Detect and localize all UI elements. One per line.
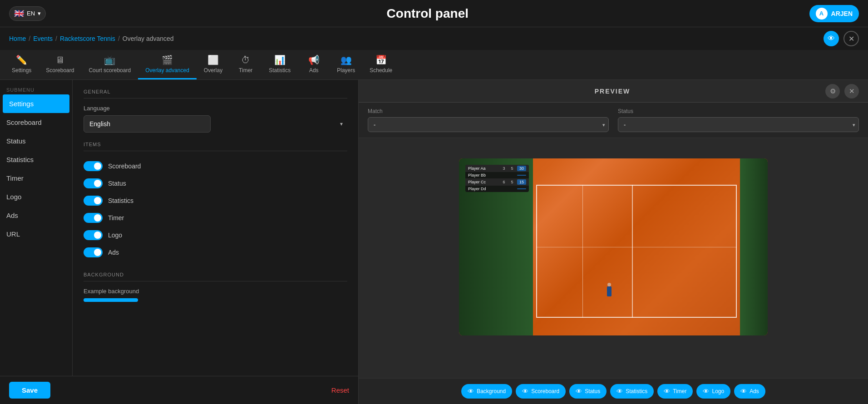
toggle-ads-label: Ads (108, 249, 119, 256)
toggle-scoreboard-label: Scoreboard (108, 163, 141, 170)
reset-button[interactable]: Reset (331, 386, 349, 394)
submenu-item-ads[interactable]: Ads (0, 206, 72, 225)
page-title: Control panel (46, 6, 809, 21)
tab-overlay-advanced[interactable]: 🎬 Overlay advanced (138, 50, 197, 79)
left-inner: SUBMENU Settings Scoreboard Status Stati… (0, 80, 358, 376)
right-panel: PREVIEW ⚙ ✕ Match - ▾ Status (359, 80, 868, 404)
breadcrumb: Home / Events / Racketscore Tennis / Ove… (0, 27, 868, 50)
submenu-item-logo[interactable]: Logo (0, 187, 72, 206)
status-eye-icon: 👁 (576, 388, 582, 395)
tab-ads[interactable]: 📢 Ads (298, 50, 330, 79)
background-preview (84, 298, 138, 302)
language-select-wrap: English Dutch German French Spanish ▾ (84, 115, 347, 133)
submenu-item-statistics[interactable]: Statistics (0, 150, 72, 169)
overlay-advanced-tab-icon: 🎬 (162, 54, 173, 65)
tab-schedule[interactable]: 📅 Schedule (362, 50, 399, 79)
submenu-item-status[interactable]: Status (0, 132, 72, 150)
submenu-item-settings[interactable]: Settings (3, 94, 69, 113)
preview-btn-ads[interactable]: 👁 Ads (734, 384, 765, 399)
tv-wrapper: Player Aa 3 5 30 Player Bb Player (459, 158, 768, 358)
preview-close-button[interactable]: ✕ (844, 84, 859, 99)
score-set1-2: 6 (501, 180, 507, 184)
status-select[interactable]: - (618, 117, 859, 132)
toggle-row-scoreboard: Scoreboard (84, 158, 347, 175)
toggle-logo[interactable] (84, 230, 103, 240)
tab-timer[interactable]: ⏱ Timer (230, 50, 261, 79)
breadcrumb-events[interactable]: Events (33, 35, 53, 42)
tab-players[interactable]: 👥 Players (330, 50, 362, 79)
submenu-item-timer[interactable]: Timer (0, 169, 72, 187)
user-button[interactable]: A ARJEN (809, 5, 859, 22)
match-control: Match - ▾ (368, 108, 609, 132)
tv-screen: Player Aa 3 5 30 Player Bb Player (459, 158, 768, 335)
schedule-tab-icon: 📅 (375, 54, 387, 65)
breadcrumb-home[interactable]: Home (9, 35, 26, 42)
preview-settings-button[interactable]: ⚙ (825, 84, 840, 99)
toggle-statistics[interactable] (84, 196, 103, 206)
toggle-row-statistics: Statistics (84, 192, 347, 209)
close-button[interactable]: ✕ (843, 31, 859, 46)
preview-controls: Match - ▾ Status - ▾ (359, 103, 868, 138)
tab-court-scoreboard[interactable]: 📺 Court scoreboard (81, 50, 138, 79)
submenu-item-url[interactable]: URL (0, 225, 72, 243)
tv-container: Player Aa 3 5 30 Player Bb Player (359, 138, 868, 378)
score-name-1: Player Bb (468, 173, 499, 177)
preview-btn-logo[interactable]: 👁 Logo (696, 384, 730, 399)
status-select-wrap: - ▾ (618, 117, 859, 132)
overlay-tab-icon: ⬜ (207, 54, 219, 65)
bottom-actions: Save Reset (0, 376, 358, 404)
ads-tab-icon: 📢 (308, 54, 320, 65)
tv-base (586, 353, 641, 358)
save-button[interactable]: Save (9, 382, 50, 399)
user-avatar: A (816, 8, 828, 20)
statistics-eye-icon: 👁 (616, 388, 623, 395)
eye-button[interactable]: 👁 (824, 31, 839, 46)
tab-settings-label: Settings (12, 67, 31, 74)
toggle-status[interactable] (84, 178, 103, 188)
items-section-title: ITEMS (84, 142, 347, 151)
scoreboard-eye-icon: 👁 (522, 388, 528, 395)
score-game-0: 30 (517, 166, 526, 171)
toggle-timer[interactable] (84, 213, 103, 223)
preview-icons: ⚙ ✕ (825, 84, 859, 99)
players-tab-icon: 👥 (340, 54, 352, 65)
preview-btn-timer-label: Timer (673, 388, 686, 394)
preview-btn-statistics[interactable]: 👁 Statistics (610, 384, 654, 399)
general-section-title: GENERAL (84, 89, 347, 99)
score-row-1: Player Bb (465, 172, 529, 178)
toggle-scoreboard[interactable] (84, 161, 103, 171)
breadcrumb-section[interactable]: Racketscore Tennis (60, 35, 115, 42)
preview-btn-scoreboard[interactable]: 👁 Scoreboard (516, 384, 566, 399)
toggle-statistics-label: Statistics (108, 197, 133, 204)
tab-scoreboard[interactable]: 🖥 Scoreboard (39, 50, 81, 79)
tab-statistics-label: Statistics (269, 67, 291, 74)
scoreboard-tab-icon: 🖥 (55, 55, 64, 65)
submenu-item-scoreboard[interactable]: Scoreboard (0, 113, 72, 132)
items-section: ITEMS Scoreboard Status Statistics (84, 142, 347, 261)
flag-icon: 🇬🇧 (14, 9, 24, 19)
tab-settings[interactable]: ✏️ Settings (5, 50, 39, 79)
tab-statistics[interactable]: 📊 Statistics (261, 50, 298, 79)
toggle-row-status: Status (84, 175, 347, 192)
tv-neck (609, 335, 618, 354)
court-mid-line (536, 247, 737, 247)
match-select[interactable]: - (368, 117, 609, 132)
language-select[interactable]: English Dutch German French Spanish (84, 115, 211, 133)
preview-btn-timer[interactable]: 👁 Timer (657, 384, 693, 399)
preview-btn-logo-label: Logo (712, 388, 724, 394)
toggle-ads[interactable] (84, 247, 103, 257)
preview-btn-status[interactable]: 👁 Status (569, 384, 607, 399)
score-row-0: Player Aa 3 5 30 (465, 165, 529, 172)
breadcrumb-sep-3: / (118, 35, 120, 42)
tab-overlay-advanced-label: Overlay advanced (145, 67, 189, 74)
tab-overlay[interactable]: ⬜ Overlay (197, 50, 230, 79)
score-game-3 (517, 188, 526, 189)
tv-stand (459, 335, 768, 358)
preview-btn-background[interactable]: 👁 Background (461, 384, 512, 399)
tab-overlay-label: Overlay (204, 67, 222, 74)
timer-eye-icon: 👁 (664, 388, 670, 395)
breadcrumb-current: Overlay advanced (123, 35, 174, 42)
tab-court-scoreboard-label: Court scoreboard (89, 67, 131, 74)
settings-tab-icon: ✏️ (16, 54, 27, 65)
language-selector[interactable]: 🇬🇧 EN ▾ (9, 6, 46, 21)
